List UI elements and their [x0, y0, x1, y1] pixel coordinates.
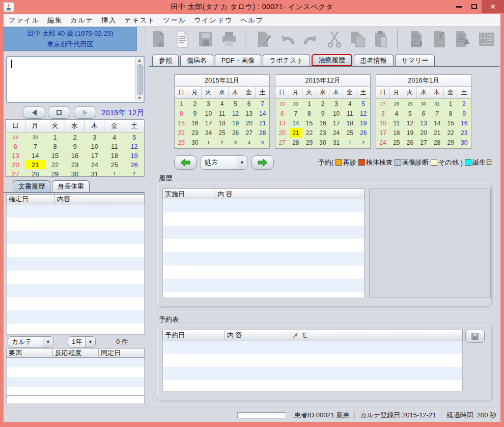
calendar-day[interactable]: 29 — [302, 138, 316, 147]
calendar-day[interactable]: 2 — [124, 169, 144, 177]
calendar-day[interactable]: 1 — [302, 99, 316, 109]
calendar-day[interactable]: 1 — [175, 99, 188, 109]
calendar-day[interactable]: 7 — [256, 99, 269, 109]
calendar-day[interactable]: 18 — [390, 128, 404, 138]
prev-month-button[interactable] — [23, 106, 45, 119]
tab-pdf-gazo[interactable]: PDF・画像 — [215, 54, 261, 66]
calendar-day-selected[interactable]: 21 — [25, 160, 45, 169]
calendar-day[interactable]: 5 — [356, 99, 370, 109]
col-doteibi[interactable]: 同定日 — [99, 349, 144, 357]
close-icon[interactable]: ✕ — [482, 0, 504, 13]
calendar-day[interactable]: 11 — [104, 142, 124, 151]
calendar-day[interactable]: 19 — [403, 128, 417, 138]
col-naiyo[interactable]: 内 容 — [215, 189, 364, 199]
calendar-day[interactable]: 20 — [275, 128, 289, 138]
save-reservation-button[interactable] — [465, 330, 485, 343]
calendar-day[interactable]: 2 — [65, 132, 85, 142]
calendar-day[interactable]: 21 — [256, 118, 269, 128]
paste-icon[interactable] — [373, 30, 389, 48]
calendar-day[interactable]: 2 — [403, 147, 417, 149]
calendar-day[interactable]: 10 — [202, 109, 215, 118]
calendar-day[interactable]: 15 — [45, 151, 65, 160]
calendar-day[interactable]: 10 — [85, 142, 104, 151]
calendar-day[interactable]: 17 — [85, 151, 104, 160]
calendar-day[interactable]: 30 — [188, 138, 202, 147]
calendar-day[interactable]: 23 — [316, 128, 330, 138]
cut-icon[interactable] — [326, 30, 343, 48]
calendar-day[interactable]: 27 — [6, 169, 25, 177]
calendar-day[interactable]: 18 — [343, 118, 357, 128]
calendar-november-2015[interactable]: 2015年11月 日月火水木金土123456789101112131415161… — [174, 74, 270, 149]
calendar-day[interactable]: 9 — [65, 142, 85, 151]
calendar-day[interactable]: 10 — [329, 109, 343, 118]
scroll-up-icon[interactable]: ▲ — [137, 58, 142, 64]
menu-file[interactable]: ファイル — [9, 16, 40, 25]
calendar-day[interactable]: 13 — [6, 151, 25, 160]
calendar-day[interactable]: 3 — [202, 99, 215, 109]
tab-labotest[interactable]: ラボテスト — [263, 54, 310, 66]
calendar-day[interactable]: 2 — [356, 138, 370, 147]
text-output-icon[interactable]: TXT — [408, 30, 425, 48]
calendar-day[interactable]: 16 — [188, 118, 202, 128]
save-icon[interactable] — [197, 30, 214, 48]
calendar-day[interactable]: 1 — [390, 147, 404, 149]
undo-icon[interactable] — [279, 30, 296, 48]
calendar-day[interactable]: 23 — [65, 160, 85, 169]
period-combo[interactable]: 1年 ▼ — [68, 336, 96, 348]
calendar-day[interactable]: 6 — [457, 147, 471, 149]
calendar-day[interactable]: 27 — [275, 138, 289, 147]
calendar-day[interactable]: 15 — [444, 118, 458, 128]
calendar-day[interactable]: 28 — [289, 138, 303, 147]
memo-textarea[interactable]: ▲ ▼ — [6, 56, 145, 103]
calendar-day[interactable]: 9 — [316, 109, 330, 118]
calendar-day[interactable]: 3 — [229, 138, 242, 147]
calendar-day[interactable]: 6 — [275, 109, 289, 118]
calendar-day[interactable]: 14 — [25, 151, 45, 160]
print-icon[interactable] — [220, 30, 237, 48]
calendar-day[interactable]: 29 — [275, 99, 289, 109]
calendar-day[interactable]: 1 — [104, 169, 124, 177]
allergy-table-body[interactable] — [6, 358, 145, 395]
menu-edit[interactable]: 編集 — [47, 16, 63, 25]
calendar-day[interactable]: 8 — [45, 142, 65, 151]
calendar-day[interactable]: 24 — [202, 128, 215, 138]
calendar-day[interactable]: 29 — [45, 169, 65, 177]
calendar-day[interactable]: 31 — [85, 169, 104, 177]
calendar-day[interactable]: 28 — [390, 99, 404, 109]
calendar-day[interactable]: 17 — [376, 128, 390, 138]
calendar-day[interactable]: 28 — [25, 169, 45, 177]
calendar-day[interactable]: 19 — [229, 118, 242, 128]
tab-summary[interactable]: サマリー — [395, 54, 435, 66]
chevron-down-icon[interactable]: ▼ — [43, 337, 53, 347]
calendar-day-selected[interactable]: 21 — [289, 128, 303, 138]
calendar-day[interactable]: 22 — [175, 128, 188, 138]
calendar-day[interactable]: 13 — [275, 118, 289, 128]
col-hannoteido[interactable]: 反応程度 — [53, 349, 99, 357]
calendar-day[interactable]: 7 — [25, 142, 45, 151]
calendar-day[interactable]: 3 — [329, 99, 343, 109]
calendar-january-2016[interactable]: 2016年1月 日月火水木金土2728293031123456789101112… — [376, 74, 471, 149]
calendar-day[interactable]: 11 — [390, 118, 404, 128]
mini-calendar-december[interactable]: 日月火水木金土 29301234567891011121314151617181… — [5, 119, 145, 177]
calendar-day[interactable]: 8 — [444, 109, 458, 118]
calendar-day[interactable]: 30 — [65, 169, 85, 177]
calendar-day[interactable]: 4 — [215, 99, 229, 109]
next-period-button[interactable] — [251, 155, 274, 170]
calendar-day[interactable]: 28 — [430, 138, 444, 147]
calendar-day[interactable]: 24 — [329, 128, 343, 138]
calendar-day[interactable]: 30 — [417, 99, 431, 109]
calendar-day[interactable]: 8 — [175, 109, 188, 118]
col-yoyakubi[interactable]: 予約日 — [163, 330, 225, 340]
calendar-day[interactable]: 14 — [256, 109, 269, 118]
tab-bunsho-rireki[interactable]: 文書履歴 — [13, 180, 50, 192]
calendar-day[interactable]: 4 — [390, 109, 404, 118]
reservation-table-body[interactable] — [162, 340, 463, 391]
doc-type-combo[interactable]: カルテ ▼ — [8, 336, 53, 348]
calendar-day[interactable]: 5 — [403, 109, 417, 118]
calendar-day[interactable]: 23 — [188, 128, 202, 138]
col-naiyo[interactable]: 内 容 — [225, 330, 290, 340]
calendar-day[interactable]: 4 — [430, 147, 444, 149]
calendar-day[interactable]: 4 — [343, 99, 357, 109]
calendar-day[interactable]: 25 — [104, 160, 124, 169]
tab-kanjajoho[interactable]: 患者情報 — [354, 54, 394, 66]
